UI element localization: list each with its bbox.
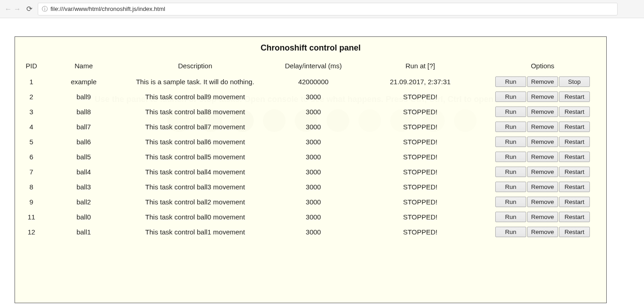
control-panel: Chronoshift control panel PID Name Descr… xyxy=(15,36,607,303)
stop-button[interactable]: Stop xyxy=(559,76,590,87)
cell-options: RunRemoveRestart xyxy=(482,119,604,134)
cell-pid: 6 xyxy=(18,149,45,164)
run-button[interactable]: Run xyxy=(495,212,526,222)
remove-button[interactable]: Remove xyxy=(527,167,558,177)
cell-runat: STOPPED! xyxy=(359,224,482,239)
page-content: Use the panel to launch or stop tasks. O… xyxy=(0,18,644,305)
remove-button[interactable]: Remove xyxy=(527,122,558,132)
run-button[interactable]: Run xyxy=(495,107,526,117)
cell-options: RunRemoveRestart xyxy=(482,209,604,224)
restart-button[interactable]: Restart xyxy=(559,227,590,237)
cell-runat: STOPPED! xyxy=(359,164,482,179)
remove-button[interactable]: Remove xyxy=(527,152,558,162)
reload-button[interactable]: ⟳ xyxy=(26,5,32,13)
cell-runat: STOPPED! xyxy=(359,134,482,149)
restart-button[interactable]: Restart xyxy=(559,167,590,177)
cell-pid: 2 xyxy=(18,89,45,104)
cell-name: example xyxy=(45,74,122,89)
run-button[interactable]: Run xyxy=(495,167,526,177)
table-row: 9ball2This task control ball2 movement30… xyxy=(18,194,604,209)
cell-runat: STOPPED! xyxy=(359,194,482,209)
restart-button[interactable]: Restart xyxy=(559,92,590,102)
remove-button[interactable]: Remove xyxy=(527,197,558,207)
table-row: 2ball9This task control ball9 movement30… xyxy=(18,89,604,104)
col-header-opts: Options xyxy=(482,59,604,74)
forward-button[interactable]: → xyxy=(13,5,22,13)
cell-delay: 3000 xyxy=(268,119,359,134)
remove-button[interactable]: Remove xyxy=(527,212,558,222)
cell-desc: This task control ball0 movement xyxy=(122,209,268,224)
cell-pid: 1 xyxy=(18,74,45,89)
table-row: 6ball5This task control ball5 movement30… xyxy=(18,149,604,164)
restart-button[interactable]: Restart xyxy=(559,107,590,117)
restart-button[interactable]: Restart xyxy=(559,152,590,162)
cell-delay: 42000000 xyxy=(268,74,359,89)
run-button[interactable]: Run xyxy=(495,197,526,207)
table-row: 11ball0This task control ball0 movement3… xyxy=(18,209,604,224)
col-header-name: Name xyxy=(45,59,122,74)
cell-runat: STOPPED! xyxy=(359,89,482,104)
cell-delay: 3000 xyxy=(268,134,359,149)
remove-button[interactable]: Remove xyxy=(527,92,558,102)
cell-options: RunRemoveRestart xyxy=(482,179,604,194)
cell-options: RunRemoveRestart xyxy=(482,104,604,119)
run-button[interactable]: Run xyxy=(495,137,526,147)
restart-button[interactable]: Restart xyxy=(559,122,590,132)
cell-runat: STOPPED! xyxy=(359,119,482,134)
cell-options: RunRemoveRestart xyxy=(482,149,604,164)
address-bar[interactable]: ⓘ file:///var/www/html/chronoshift.js/in… xyxy=(38,3,618,15)
table-row: 5ball6This task control ball6 movement30… xyxy=(18,134,604,149)
table-row: 12ball1This task control ball1 movement3… xyxy=(18,224,604,239)
run-button[interactable]: Run xyxy=(495,227,526,237)
cell-delay: 3000 xyxy=(268,89,359,104)
cell-options: RunRemoveRestart xyxy=(482,224,604,239)
cell-name: ball8 xyxy=(45,104,122,119)
cell-delay: 3000 xyxy=(268,194,359,209)
cell-desc: This task control ball5 movement xyxy=(122,149,268,164)
cell-options: RunRemoveStop xyxy=(482,74,604,89)
cell-desc: This task control ball8 movement xyxy=(122,104,268,119)
run-button[interactable]: Run xyxy=(495,92,526,102)
run-button[interactable]: Run xyxy=(495,152,526,162)
table-row: 4ball7This task control ball7 movement30… xyxy=(18,119,604,134)
cell-options: RunRemoveRestart xyxy=(482,89,604,104)
site-info-icon[interactable]: ⓘ xyxy=(42,5,48,13)
cell-name: ball1 xyxy=(45,224,122,239)
remove-button[interactable]: Remove xyxy=(527,137,558,147)
cell-pid: 8 xyxy=(18,179,45,194)
back-button[interactable]: ← xyxy=(4,5,13,13)
cell-delay: 3000 xyxy=(268,164,359,179)
cell-options: RunRemoveRestart xyxy=(482,164,604,179)
cell-desc: This task control ball2 movement xyxy=(122,194,268,209)
run-button[interactable]: Run xyxy=(495,122,526,132)
col-header-desc: Description xyxy=(122,59,268,74)
cell-name: ball3 xyxy=(45,179,122,194)
cell-delay: 3000 xyxy=(268,104,359,119)
cell-delay: 3000 xyxy=(268,209,359,224)
cell-name: ball6 xyxy=(45,134,122,149)
restart-button[interactable]: Restart xyxy=(559,182,590,192)
col-header-runat: Run at [?] xyxy=(359,59,482,74)
cell-options: RunRemoveRestart xyxy=(482,134,604,149)
cell-pid: 3 xyxy=(18,104,45,119)
cell-pid: 11 xyxy=(18,209,45,224)
cell-name: ball4 xyxy=(45,164,122,179)
cell-name: ball9 xyxy=(45,89,122,104)
table-row: 1exampleThis is a sample task. It will d… xyxy=(18,74,604,89)
cell-name: ball5 xyxy=(45,149,122,164)
remove-button[interactable]: Remove xyxy=(527,227,558,237)
restart-button[interactable]: Restart xyxy=(559,197,590,207)
run-button[interactable]: Run xyxy=(495,76,526,87)
cell-desc: This task control ball9 movement xyxy=(122,89,268,104)
run-button[interactable]: Run xyxy=(495,182,526,192)
remove-button[interactable]: Remove xyxy=(527,182,558,192)
remove-button[interactable]: Remove xyxy=(527,107,558,117)
cell-runat: STOPPED! xyxy=(359,179,482,194)
tasks-table: PID Name Description Delay/interval (ms)… xyxy=(18,59,604,239)
restart-button[interactable]: Restart xyxy=(559,212,590,222)
remove-button[interactable]: Remove xyxy=(527,76,558,87)
table-row: 7ball4This task control ball4 movement30… xyxy=(18,164,604,179)
cell-delay: 3000 xyxy=(268,149,359,164)
cell-delay: 3000 xyxy=(268,224,359,239)
restart-button[interactable]: Restart xyxy=(559,137,590,147)
